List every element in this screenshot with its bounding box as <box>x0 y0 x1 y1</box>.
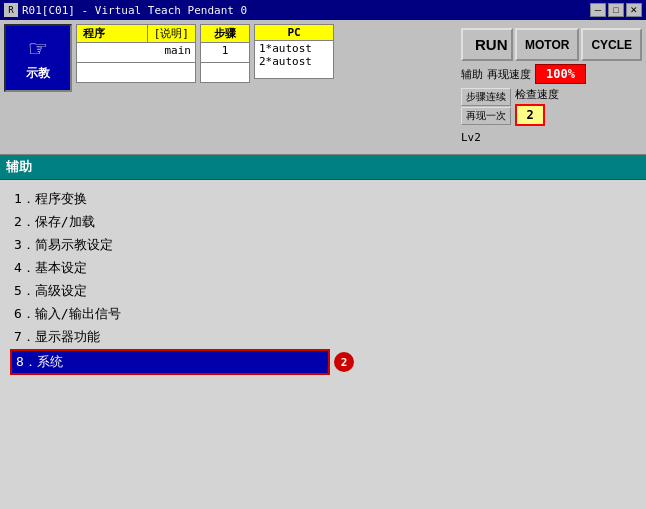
fields-row1: 程序 [说明] main 步骤 1 PC <box>76 24 453 83</box>
program-label: 程序 <box>76 24 148 43</box>
app-icon: R <box>4 3 18 17</box>
menu-item-7[interactable]: 7．显示器功能 <box>10 326 636 348</box>
step-group: 步骤 1 <box>200 24 250 83</box>
speed-value: 100% <box>535 64 586 84</box>
pc-value1: 1*autost <box>259 42 329 55</box>
pc-group: PC 1*autost 2*autost <box>254 24 334 83</box>
menu-item-8[interactable]: 8．系统 <box>10 349 330 375</box>
center-fields: 程序 [说明] main 步骤 1 PC <box>76 24 453 150</box>
menu-list: 1．程序变换 2．保存/加载 3．简易示教设定 4．基本设定 5．高级设定 6．… <box>0 180 646 509</box>
maximize-button[interactable]: □ <box>608 3 624 17</box>
main-container: ☞ 示教 程序 [说明] main <box>0 20 646 509</box>
pc-value2: 2*autost <box>259 55 329 68</box>
aux-header: 辅助 <box>0 155 646 180</box>
motor-button[interactable]: MOTOR <box>515 28 579 61</box>
replay-label: 再现速度 <box>487 67 531 82</box>
menu-item-2[interactable]: 2．保存/加载 <box>10 211 636 233</box>
aux-label-inline: 辅助 <box>461 67 483 82</box>
top-panel: ☞ 示教 程序 [说明] main <box>0 20 646 154</box>
window-controls: ─ □ ✕ <box>590 3 642 17</box>
hand-icon: ☞ <box>30 35 47 63</box>
close-button[interactable]: ✕ <box>626 3 642 17</box>
program-group: 程序 [说明] main <box>76 24 196 83</box>
step-label: 步骤 <box>200 24 250 43</box>
left-section: ☞ 示教 程序 [说明] main <box>0 20 646 509</box>
step-check-row: 步骤连续 再现一次 检查速度 2 <box>461 87 638 126</box>
pendant-icon[interactable]: ☞ 示教 <box>4 24 72 92</box>
window-title: R01[C01] - Virtual Teach Pendant 0 <box>22 4 247 17</box>
program-header: 程序 [说明] <box>76 24 196 43</box>
step-continue-button[interactable]: 步骤连续 <box>461 88 511 106</box>
title-bar: R R01[C01] - Virtual Teach Pendant 0 ─ □… <box>0 0 646 20</box>
program-value: main <box>76 43 196 63</box>
check-speed-label: 检查速度 <box>515 87 559 102</box>
menu-item-6[interactable]: 6．输入/输出信号 <box>10 303 636 325</box>
aux-panel: 辅助 1．程序变换 2．保存/加载 3．简易示教设定 4．基本设定 5．高级设定… <box>0 154 646 509</box>
program-sublabel: [说明] <box>148 24 196 43</box>
cycle-button[interactable]: CYCLE <box>581 28 642 61</box>
step-value: 1 <box>200 43 250 63</box>
minimize-button[interactable]: ─ <box>590 3 606 17</box>
pc-label: PC <box>254 24 334 41</box>
menu-item-5[interactable]: 5．高级设定 <box>10 280 636 302</box>
pc-values: 1*autost 2*autost <box>254 41 334 79</box>
right-controls: RUN MOTOR CYCLE 辅助 再现速度 100% 步骤连续 再现一次 <box>457 24 642 150</box>
lv2-label: Lv2 <box>461 131 481 144</box>
check-speed-value: 2 <box>515 104 545 126</box>
step-value2 <box>200 63 250 83</box>
run-button[interactable]: RUN <box>461 28 513 61</box>
program-value2 <box>76 63 196 83</box>
replay-once-button[interactable]: 再现一次 <box>461 107 511 125</box>
pendant-label: 示教 <box>26 65 50 82</box>
menu-item-4[interactable]: 4．基本设定 <box>10 257 636 279</box>
step-buttons: 步骤连续 再现一次 <box>461 88 511 125</box>
check-speed-group: 检查速度 2 <box>515 87 559 126</box>
menu-item-1[interactable]: 1．程序变换 <box>10 188 636 210</box>
badge-number: 2 <box>334 352 354 372</box>
main-buttons-row: RUN MOTOR CYCLE <box>461 28 638 61</box>
lv2-row: Lv2 <box>461 129 638 146</box>
menu-item-3[interactable]: 3．简易示教设定 <box>10 234 636 256</box>
replay-speed-row: 辅助 再现速度 100% <box>461 64 638 84</box>
menu-item-8-row: 8．系统 2 <box>10 349 636 375</box>
